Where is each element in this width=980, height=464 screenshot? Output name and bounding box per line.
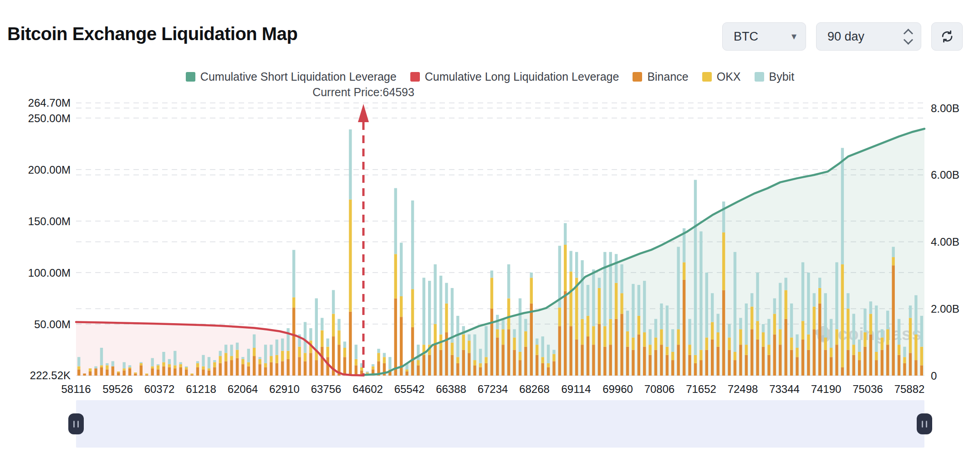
svg-text:63756: 63756	[311, 383, 342, 395]
svg-text:100.00M: 100.00M	[28, 267, 71, 279]
liquidation-map-page: Bitcoin Exchange Liquidation Map BTC ▾ 9…	[0, 0, 980, 464]
svg-text:64602: 64602	[352, 383, 383, 395]
svg-text:61218: 61218	[186, 383, 216, 395]
liquidation-chart-canvas[interactable]: 264.70M250.00M200.00M150.00M100.00M50.00…	[0, 0, 980, 464]
svg-text:4.00B: 4.00B	[931, 236, 960, 248]
svg-text:222.52K: 222.52K	[30, 369, 71, 382]
svg-text:66388: 66388	[436, 383, 466, 395]
svg-text:62910: 62910	[269, 383, 300, 395]
svg-text:75036: 75036	[852, 383, 883, 395]
svg-text:74190: 74190	[811, 383, 842, 395]
svg-text:6.00B: 6.00B	[931, 169, 960, 181]
svg-text:58116: 58116	[61, 383, 91, 395]
svg-text:264.70M: 264.70M	[28, 97, 71, 109]
x-axis-labels: 5811659526603726121862064629106375664602…	[61, 383, 925, 395]
svg-text:72498: 72498	[728, 383, 758, 395]
svg-text:69960: 69960	[602, 383, 633, 395]
svg-text:68268: 68268	[519, 383, 550, 395]
svg-text:65542: 65542	[394, 383, 425, 395]
svg-text:0: 0	[931, 370, 937, 382]
svg-text:62064: 62064	[228, 383, 258, 395]
svg-text:59526: 59526	[102, 383, 133, 395]
svg-text:60372: 60372	[144, 383, 175, 395]
svg-text:75882: 75882	[894, 383, 925, 395]
left-axis-labels: 264.70M250.00M200.00M150.00M100.00M50.00…	[28, 97, 71, 382]
svg-text:70806: 70806	[644, 383, 675, 395]
svg-text:200.00M: 200.00M	[28, 164, 71, 176]
svg-text:67234: 67234	[478, 383, 508, 395]
zoom-slider-track[interactable]	[76, 400, 924, 448]
svg-text:2.00B: 2.00B	[931, 303, 960, 315]
svg-text:50.00M: 50.00M	[34, 318, 71, 330]
svg-text:8.00B: 8.00B	[931, 102, 960, 114]
svg-text:71652: 71652	[686, 383, 716, 395]
zoom-slider-left-handle[interactable]	[68, 413, 84, 434]
svg-text:150.00M: 150.00M	[28, 215, 71, 227]
svg-text:73344: 73344	[769, 383, 800, 395]
svg-text:250.00M: 250.00M	[28, 112, 71, 124]
svg-text:69114: 69114	[561, 383, 591, 395]
current-price-arrow-icon	[358, 104, 369, 122]
zoom-slider-right-handle[interactable]	[917, 413, 932, 434]
right-axis-labels: 8.00B6.00B4.00B2.00B0	[931, 102, 960, 382]
